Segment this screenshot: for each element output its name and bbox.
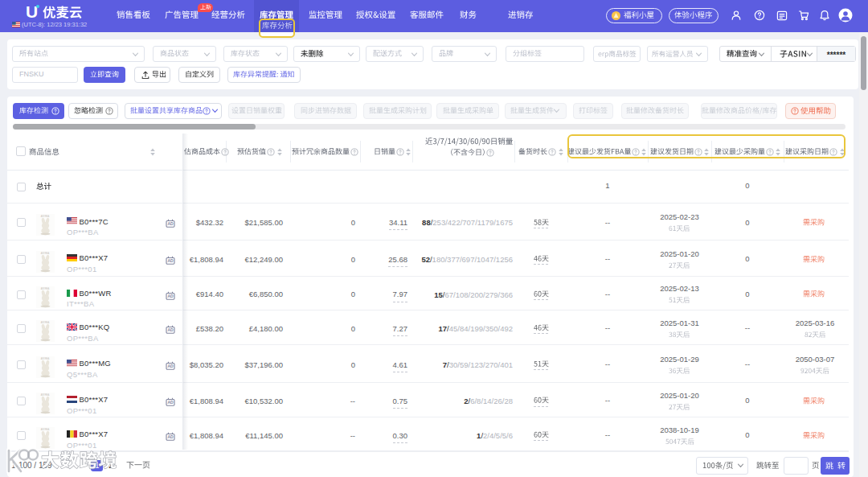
svg-text:AD: AD: [167, 221, 174, 226]
svg-text:ANYREA: ANYREA: [41, 215, 50, 218]
svg-text:AD: AD: [167, 294, 174, 298]
svg-text:ANYREA: ANYREA: [41, 357, 50, 360]
svg-text:ANYREA: ANYREA: [41, 287, 50, 290]
svg-text:ANYREA: ANYREA: [41, 321, 50, 324]
svg-text:ANYREA: ANYREA: [41, 252, 50, 255]
svg-text:AD: AD: [167, 258, 174, 263]
svg-text:ANYREA: ANYREA: [41, 393, 50, 397]
svg-text:ANYREA: ANYREA: [41, 428, 50, 431]
svg-text:AD: AD: [167, 400, 174, 405]
svg-text:AD: AD: [167, 434, 174, 439]
svg-text:AD: AD: [167, 364, 174, 368]
svg-text:AD: AD: [167, 327, 174, 332]
